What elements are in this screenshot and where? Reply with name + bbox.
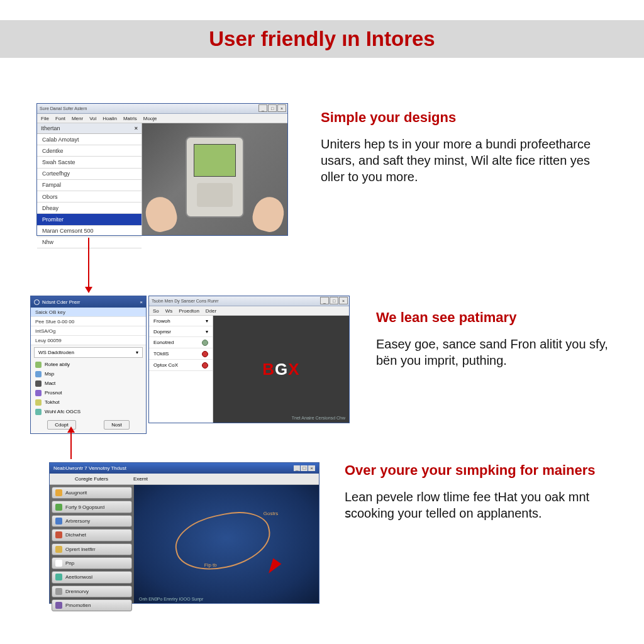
window-controls: _□× xyxy=(320,297,348,304)
menu-item[interactable]: Proedton xyxy=(179,308,199,314)
sidebar-item[interactable]: Calab Amotayt xyxy=(37,134,142,145)
section-body: Easey goe, sance sand Fron alitit you sf… xyxy=(376,336,628,369)
nav-item[interactable]: Aeetionwosl xyxy=(52,571,132,583)
nav-icon xyxy=(55,531,62,538)
section-heading: Simple your designs xyxy=(321,109,616,126)
nav-item[interactable]: Forty 9 Ogopsurd xyxy=(52,501,132,513)
status-dot-icon xyxy=(202,362,208,369)
sidebar-item[interactable]: Corteefhgy xyxy=(37,169,142,180)
menu-item[interactable]: Vol xyxy=(89,116,96,121)
menu-item[interactable]: Menr xyxy=(72,116,83,121)
sidebar-item[interactable]: Nhw xyxy=(37,237,142,248)
close-icon[interactable]: × xyxy=(308,465,315,471)
sidebar-item[interactable]: Maran Cemsont 500 xyxy=(37,226,142,237)
nav-label: Drennorvy xyxy=(65,589,89,594)
sidebar-item-selected[interactable]: Promiter xyxy=(37,214,142,225)
flow-arrow-down-icon xyxy=(88,238,89,288)
maximize-icon[interactable]: □ xyxy=(330,297,338,304)
nav-item[interactable]: Arbrersony xyxy=(52,515,132,527)
icon-list-item[interactable]: Wohl Afc OGCS xyxy=(31,407,146,416)
menu-item[interactable]: File xyxy=(41,116,49,121)
icon-list-item[interactable]: Mact xyxy=(31,379,146,388)
icon-list-item[interactable]: Tokhot xyxy=(31,397,146,407)
item-icon xyxy=(35,390,42,396)
nav-item[interactable]: Dichwhet xyxy=(52,529,132,541)
maximize-icon[interactable]: □ xyxy=(301,465,308,471)
menu-item[interactable]: Mooje xyxy=(143,116,157,121)
maximize-icon[interactable]: □ xyxy=(268,104,277,112)
close-icon[interactable]: × xyxy=(277,104,286,112)
sidebar-item[interactable]: Cdentke xyxy=(37,145,142,157)
window-titlebar: Ndsnt Cder Prerr × xyxy=(31,296,146,308)
status-dot-icon xyxy=(202,340,208,346)
nav-item[interactable]: Auugnorit xyxy=(52,487,132,499)
minimize-icon[interactable]: _ xyxy=(258,104,267,112)
menu-item[interactable]: Hoalin xyxy=(103,116,117,121)
sidebar-item[interactable]: Obors xyxy=(37,191,142,203)
list-item[interactable]: Pee Sfue 0-00 00 xyxy=(31,317,146,326)
nav-label: Oprert Inetfirr xyxy=(65,547,96,552)
item-label: Tokhot xyxy=(45,399,60,405)
device-keypad xyxy=(197,183,233,206)
logo: BGX xyxy=(262,360,299,379)
toggle-row[interactable]: Eonotred xyxy=(149,337,213,348)
sidebar-item[interactable]: Fampal xyxy=(37,180,142,191)
section-body: Lean pevele rlow tlime fee tHat you oak … xyxy=(345,489,634,521)
screenshot-3: NeabUwrontr 7 Vennotny Thdust _□× Coregl… xyxy=(49,462,319,604)
window-title: Ndsnt Cder Prerr xyxy=(42,299,80,305)
nav-item[interactable]: Oprert Inetfirr xyxy=(52,543,132,555)
icon-list-item[interactable]: Prosnot xyxy=(31,388,146,397)
map-canvas: Gostrs Fip tb Onh EN0Po Ennriry IOOO Sun… xyxy=(134,485,319,603)
nav-label: Aeetionwosl xyxy=(65,574,92,580)
list-item[interactable]: Leuy 00059 xyxy=(31,336,146,345)
sidebar-item[interactable]: Dheay xyxy=(37,203,142,214)
screenshot-2b: Tsobn Men Dy Sanser Cons Runrr _□× So Ws… xyxy=(148,296,350,423)
tab-bar: Coregle Futers Exernt xyxy=(50,474,319,485)
toggle-row[interactable]: Dopmsr▾ xyxy=(149,326,213,337)
icon-list-item[interactable]: Msp xyxy=(31,369,146,379)
menu-item[interactable]: Dder xyxy=(206,308,216,314)
option-list: Saick OB key Pee Sfue 0-00 00 IntSA/Og L… xyxy=(31,308,146,345)
item-icon xyxy=(35,371,42,377)
tab[interactable]: Exernt xyxy=(133,476,148,482)
next-button[interactable]: Nost xyxy=(104,420,129,430)
icon-list-item[interactable]: Rotee abily xyxy=(31,360,146,369)
item-label: Wohl Afc OGCS xyxy=(45,409,80,414)
screenshot-1: Sore Danal Sofer Astern _ □ × File Font … xyxy=(36,103,288,236)
nav-item[interactable]: Pmomotien xyxy=(52,599,132,611)
toggle-row[interactable]: Frowoh▾ xyxy=(149,316,213,326)
map-label: Gostrs xyxy=(264,511,279,516)
device-photo xyxy=(142,123,287,235)
section2-text: We lean see patimary Easey goe, sance sa… xyxy=(376,309,628,369)
tab[interactable]: Coregle Futers xyxy=(75,476,108,482)
close-icon[interactable]: × xyxy=(140,299,143,305)
device-screen xyxy=(194,144,236,177)
menu-item[interactable]: So xyxy=(153,308,159,314)
nav-item[interactable]: Pnp xyxy=(52,557,132,569)
sidebar: Ithertan× Calab Amotayt Cdentke Swah Sac… xyxy=(37,123,142,235)
nav-label: Arbrersony xyxy=(65,518,90,524)
section1-text: Simple your designs Uniters hep ts in yo… xyxy=(321,109,616,185)
flow-arrow-up-icon xyxy=(70,431,72,459)
toggle-row[interactable]: Optox CoX xyxy=(149,360,213,371)
menu-item[interactable]: Font xyxy=(55,116,65,121)
dropdown[interactable]: WS Daddtroden▾ xyxy=(34,347,143,358)
list-item-selected[interactable]: Saick OB key xyxy=(31,308,146,317)
close-icon[interactable]: × xyxy=(339,297,348,304)
hand-icon xyxy=(142,194,180,235)
hand-icon xyxy=(250,194,288,235)
menu-bar: File Font Menr Vol Hoalin Matrls Mooje xyxy=(37,114,287,123)
minimize-icon[interactable]: _ xyxy=(320,297,329,304)
nav-item[interactable]: Drennorvy xyxy=(52,586,132,597)
list-item[interactable]: IntSA/Og xyxy=(31,326,146,336)
sidebar-item[interactable]: Swah Sacste xyxy=(37,157,142,168)
minimize-icon[interactable]: _ xyxy=(294,465,300,471)
nav-label: Dichwhet xyxy=(65,532,86,538)
menu-item[interactable]: Matrls xyxy=(123,116,137,121)
nav-icon xyxy=(55,518,62,525)
menu-item[interactable]: Ws xyxy=(165,308,173,314)
toggle-row[interactable]: TOldlS xyxy=(149,348,213,360)
status-dot-icon xyxy=(202,351,208,357)
item-icon xyxy=(35,362,42,368)
close-panel-icon[interactable]: × xyxy=(135,125,138,131)
